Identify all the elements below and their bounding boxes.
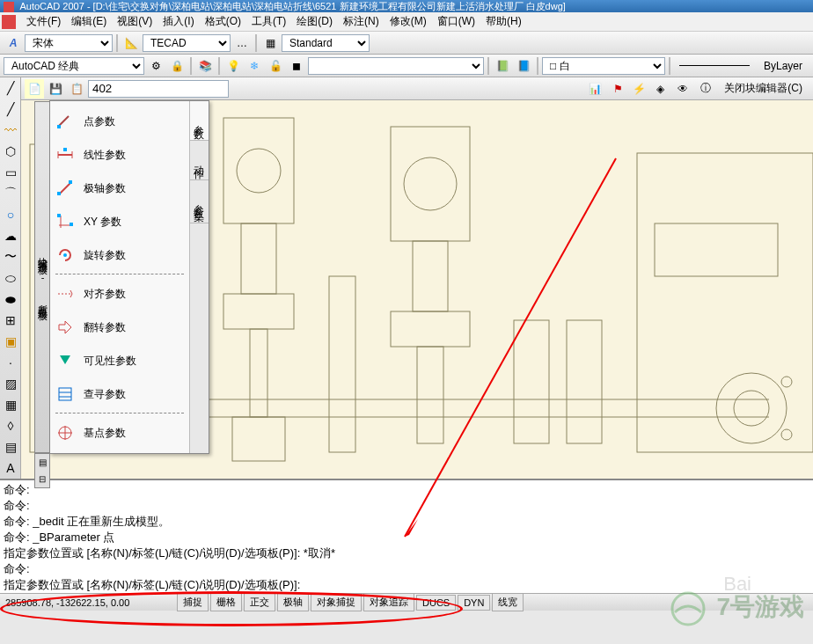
param-visibility[interactable]: 可见性参数: [50, 344, 189, 377]
spline-icon[interactable]: 〜: [1, 247, 20, 267]
insert-icon[interactable]: ⊞: [1, 311, 20, 330]
lwt-button[interactable]: 线宽: [492, 593, 524, 611]
param-label: 查寻参数: [84, 387, 126, 402]
dim-style-select[interactable]: TECAD: [143, 34, 231, 52]
svg-rect-28: [57, 192, 61, 195]
menu-insert[interactable]: 插入(I): [157, 11, 199, 32]
param-flip[interactable]: 翻转参数: [50, 311, 189, 344]
param-alignment[interactable]: 对齐参数: [50, 277, 189, 311]
palette-autohide-icon[interactable]: ⊟: [35, 471, 49, 487]
param-label: XY 参数: [84, 215, 121, 230]
arc-icon[interactable]: ⌒: [1, 184, 20, 203]
circle-icon[interactable]: ○: [1, 205, 20, 224]
dim-icon[interactable]: …: [232, 33, 252, 53]
osnap-button[interactable]: 对象捕捉: [311, 593, 362, 611]
menu-draw[interactable]: 绘图(D): [291, 11, 338, 32]
text-style-icon[interactable]: A: [4, 33, 23, 53]
block-authoring-palette[interactable]: 块编写选项板 - 所有选项板 ▤ ⊟ 点参数 线性参数: [49, 100, 209, 454]
draw-toolbar: ╱ ╱ 〰 ⬡ ▭ ⌒ ○ ☁ 〜 ⬭ ⬬ ⊞ ▣ · ▨ ▦ ◊ ▤ A: [0, 77, 21, 479]
xline-icon[interactable]: ╱: [1, 99, 20, 119]
cmd-line: 命令:: [4, 561, 809, 577]
color-select[interactable]: □ 白: [542, 57, 665, 75]
mtext-icon[interactable]: A: [1, 458, 20, 478]
tab-actions[interactable]: 动作: [190, 141, 209, 180]
battribute-icon[interactable]: ◈: [650, 79, 670, 99]
pline-icon[interactable]: 〰: [1, 121, 20, 140]
menu-window[interactable]: 窗口(W): [432, 11, 480, 32]
rectangle-icon[interactable]: ▭: [1, 163, 20, 182]
palette-props-icon[interactable]: ▤: [35, 454, 49, 471]
menu-tools[interactable]: 工具(T): [246, 11, 291, 32]
font-select[interactable]: 宋体: [25, 34, 113, 52]
layer-color-icon[interactable]: ◼: [287, 56, 306, 76]
workspace-settings-icon[interactable]: ⚙: [146, 56, 165, 76]
point-icon[interactable]: ·: [1, 353, 20, 372]
param-polar[interactable]: 极轴参数: [50, 172, 189, 205]
polygon-icon[interactable]: ⬡: [1, 142, 20, 161]
ortho-button[interactable]: 正交: [244, 593, 275, 611]
table-icon[interactable]: ▤: [1, 437, 20, 457]
tab-params[interactable]: 参数: [190, 101, 209, 141]
param-xy[interactable]: XY 参数: [50, 205, 189, 238]
menu-help[interactable]: 帮助(H): [480, 11, 527, 32]
param-basepoint[interactable]: 基点参数: [50, 416, 189, 450]
bsave-icon[interactable]: 💾: [46, 79, 65, 99]
block-name-input[interactable]: [88, 80, 229, 98]
param-lookup[interactable]: 查寻参数: [50, 377, 189, 411]
workspace-lock-icon[interactable]: 🔒: [167, 56, 187, 76]
polar-button[interactable]: 极轴: [277, 593, 309, 611]
layer-match-icon[interactable]: 📘: [514, 56, 533, 76]
snap-button[interactable]: 捕捉: [177, 593, 209, 611]
revcloud-icon[interactable]: ☁: [1, 226, 20, 245]
polar-param-icon: [55, 179, 75, 198]
ducs-button[interactable]: DUCS: [416, 595, 456, 611]
menu-dimension[interactable]: 标注(N): [338, 11, 385, 32]
svg-rect-32: [57, 214, 61, 217]
layers-icon[interactable]: 📚: [195, 56, 215, 76]
tab-param-sets[interactable]: 参数集: [190, 180, 209, 223]
param-point[interactable]: 点参数: [50, 105, 189, 138]
ellipse-arc-icon[interactable]: ⬬: [1, 289, 20, 309]
table-style-select[interactable]: Standard: [282, 34, 370, 52]
layer-lock-icon[interactable]: 🔓: [266, 56, 285, 76]
gradient-icon[interactable]: ▦: [1, 395, 20, 414]
palette-title[interactable]: 块编写选项板 - 所有选项板: [34, 101, 50, 453]
layer-state-icon[interactable]: 💡: [223, 56, 243, 76]
menu-format[interactable]: 格式(O): [200, 11, 246, 32]
menu-modify[interactable]: 修改(M): [385, 11, 432, 32]
bsaveas-icon[interactable]: 📋: [67, 79, 86, 99]
menu-edit[interactable]: 编辑(E): [66, 11, 112, 32]
bvshow-icon[interactable]: 👁: [673, 79, 692, 99]
bclose-info-icon[interactable]: ⓘ: [696, 79, 715, 99]
param-rotation[interactable]: 旋转参数: [50, 238, 189, 272]
otrack-button[interactable]: 对象追踪: [363, 593, 414, 611]
svg-point-20: [781, 377, 792, 387]
command-line[interactable]: 命令: 命令: 命令: _bedit 正在重新生成模型。 命令: _BParam…: [0, 479, 813, 593]
menu-view[interactable]: 视图(V): [112, 11, 157, 32]
workspace-select[interactable]: AutoCAD 经典: [4, 57, 144, 75]
grid-button[interactable]: 栅格: [210, 593, 242, 611]
bedit-icon[interactable]: 📄: [25, 79, 44, 99]
line-icon[interactable]: ╱: [1, 78, 20, 98]
param-linear[interactable]: 线性参数: [50, 138, 189, 172]
dim-style-icon[interactable]: 📐: [121, 33, 141, 53]
svg-rect-36: [59, 388, 71, 400]
block-icon[interactable]: ▣: [1, 332, 20, 351]
baction-icon[interactable]: ⚡: [629, 79, 648, 99]
dyn-button[interactable]: DYN: [458, 595, 490, 611]
palette-controls[interactable]: ▤ ⊟: [34, 453, 50, 488]
rotation-param-icon: [55, 245, 75, 265]
hatch-icon[interactable]: ▨: [1, 374, 20, 393]
ellipse-icon[interactable]: ⬭: [1, 268, 20, 288]
menu-file[interactable]: 文件(F): [21, 11, 66, 32]
layer-select[interactable]: [308, 57, 484, 75]
table-style-icon[interactable]: ▦: [260, 33, 280, 53]
close-block-editor-button[interactable]: 关闭块编辑器(C): [717, 77, 809, 99]
param-label: 旋转参数: [84, 248, 126, 263]
layer-freeze-icon[interactable]: ❄: [245, 56, 264, 76]
region-icon[interactable]: ◊: [1, 416, 20, 435]
layer-prev-icon[interactable]: 📗: [493, 56, 512, 76]
bflag-icon[interactable]: ⚑: [608, 79, 627, 99]
bparameter-icon[interactable]: 📊: [585, 79, 604, 99]
cmd-line: 命令:: [4, 498, 809, 514]
